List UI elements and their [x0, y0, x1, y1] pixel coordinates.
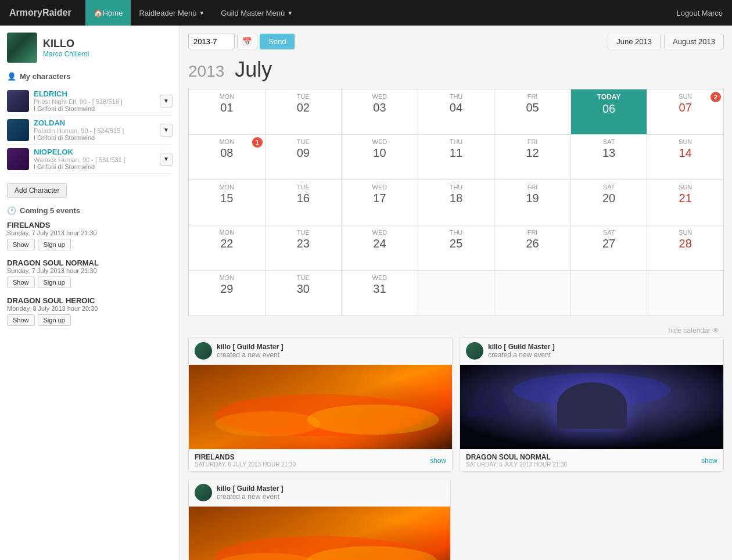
char-dropdown-niopelok[interactable]: ▼ [160, 153, 173, 166]
day-number: 10 [345, 146, 414, 160]
calendar-input[interactable] [188, 34, 235, 49]
feed-avatar [466, 342, 483, 360]
avatar-image [195, 342, 212, 360]
calendar-nav: 📅 Send June 2013 August 2013 [188, 34, 724, 49]
calendar-day[interactable]: THU04 [418, 89, 494, 135]
calendar-day[interactable]: THU18 [418, 180, 494, 225]
calendar-day[interactable]: WED31 [342, 271, 418, 316]
calendar-day[interactable]: SUN28 [647, 225, 724, 271]
day-header: SUN [651, 93, 720, 100]
nav-item-guildmaster[interactable]: Guild Master Menù ▼ [213, 0, 301, 26]
calendar-day[interactable]: MON29 [189, 271, 265, 316]
event-name-dragon-soul-heroic: DRAGON SOUL HEROIC [7, 296, 173, 305]
calendar-day[interactable]: THU11 [418, 135, 494, 180]
calendar-day[interactable]: TUE30 [265, 271, 342, 316]
calendar-day[interactable]: MON01 [189, 89, 265, 135]
day-number: 08 [192, 146, 261, 160]
feed-event-date: SATURDAY, 6 JULY 2013 HOUR 21:30 [195, 461, 296, 468]
avatar-image [466, 342, 483, 360]
char-dropdown-zoldan[interactable]: ▼ [160, 124, 173, 137]
calendar-day[interactable]: MON22 [189, 225, 265, 271]
day-header: WED [345, 274, 414, 281]
event-entry-dragon-soul-heroic: DRAGON SOUL HEROIC Monday, 8 July 2013 h… [7, 296, 173, 326]
feed-event-image [189, 507, 450, 560]
char-name-niopelok[interactable]: NIOPELOK [34, 148, 160, 156]
feed-event-info: FIRELANDSSATURDAY, 6 JULY 2013 HOUR 21:3… [195, 453, 296, 468]
day-number: 06 [575, 102, 644, 116]
calendar-day[interactable]: WED10 [342, 135, 418, 180]
calendar-day[interactable]: WED03 [342, 89, 418, 135]
feed-card-single: killo [ Guild Master ]created a new even… [188, 479, 451, 560]
day-number: 29 [192, 282, 261, 296]
feed-card-header: killo [ Guild Master ]created a new even… [189, 479, 450, 507]
calendar-month: July [235, 58, 272, 81]
feed-card: killo [ Guild Master ]created a new even… [188, 337, 453, 472]
calendar-day[interactable]: TUE23 [265, 225, 342, 271]
calendar-day[interactable]: SUN21 [647, 180, 724, 225]
signup-button-dragon-soul-normal[interactable]: Sign up [38, 277, 71, 288]
calendar-day[interactable]: TUE16 [265, 180, 342, 225]
show-button-firelands[interactable]: Show [7, 239, 35, 250]
day-header: SAT [575, 184, 644, 191]
day-number: 07 [651, 101, 720, 114]
calendar-day[interactable]: THU25 [418, 225, 494, 271]
feed-show-link[interactable]: show [701, 457, 717, 465]
add-character-button[interactable]: Add Character [7, 183, 67, 198]
calendar-day[interactable]: SUN14 [647, 135, 724, 180]
calendar-day[interactable]: FRI05 [494, 89, 571, 135]
char-avatar-zoldan [7, 119, 29, 141]
day-header: FRI [498, 229, 567, 236]
calendar-day[interactable]: SAT20 [570, 180, 647, 225]
day-number: 02 [269, 101, 338, 114]
signup-button-firelands[interactable]: Sign up [38, 239, 71, 250]
char-info-eldrich: ELDRICH Priest Night Elf, 90 - [ 518/518… [34, 89, 160, 112]
feed-card-footer: DRAGON SOUL NORMALSATURDAY, 6 JULY 2013 … [460, 449, 723, 471]
avatar-image [195, 484, 212, 501]
feed-action: created a new event [217, 351, 284, 359]
calendar-day[interactable]: MON15 [189, 180, 265, 225]
calendar-day[interactable]: TUE09 [265, 135, 342, 180]
event-actions-dragon-soul-heroic: Show Sign up [7, 314, 173, 326]
calendar-day[interactable]: MON081 [189, 135, 265, 180]
calendar-day[interactable]: FRI12 [494, 135, 571, 180]
day-header: WED [345, 93, 414, 100]
day-header: WED [345, 229, 414, 236]
next-month-button[interactable]: August 2013 [664, 34, 724, 49]
show-button-dragon-soul-normal[interactable]: Show [7, 277, 35, 288]
svg-point-5 [513, 374, 671, 407]
list-item: ZOLDAN Paladin Human, 90 - [ 524/515 ] I… [7, 116, 173, 145]
calendar-day[interactable]: SAT13 [570, 135, 647, 180]
calendar-day[interactable]: SUN072 [647, 89, 724, 135]
feed-show-link[interactable]: show [430, 457, 446, 465]
page-layout: KILLO Marco Chillemi 👤 My characters ELD… [0, 26, 732, 560]
calendar-day[interactable]: SAT27 [570, 225, 647, 271]
feed-event-date: SATURDAY, 6 JULY 2013 HOUR 21:30 [466, 461, 567, 468]
calendar-input-group: 📅 Send [188, 34, 295, 49]
calendar-day[interactable]: FRI26 [494, 225, 571, 271]
day-header: TUE [269, 138, 338, 145]
day-header: TUE [269, 274, 338, 281]
calendar-icon-button[interactable]: 📅 [237, 34, 257, 49]
logout-button[interactable]: Logout Marco [677, 9, 723, 17]
show-button-dragon-soul-heroic[interactable]: Show [7, 314, 35, 326]
sidebar: KILLO Marco Chillemi 👤 My characters ELD… [0, 26, 180, 560]
calendar-day[interactable]: FRI19 [494, 180, 571, 225]
char-name-zoldan[interactable]: ZOLDAN [34, 119, 160, 127]
calendar-day[interactable]: TUE02 [265, 89, 342, 135]
prev-month-button[interactable]: June 2013 [608, 34, 661, 49]
char-name-eldrich[interactable]: ELDRICH [34, 89, 160, 98]
calendar-day[interactable]: WED17 [342, 180, 418, 225]
event-actions-dragon-soul-normal: Show Sign up [7, 277, 173, 288]
nav-item-home[interactable]: 🏠 Home [85, 0, 131, 26]
signup-button-dragon-soul-heroic[interactable]: Sign up [38, 314, 71, 326]
char-dropdown-eldrich[interactable]: ▼ [160, 95, 173, 107]
nav-item-raidleader[interactable]: Raidleader Menù ▼ [131, 0, 213, 26]
hide-calendar[interactable]: hide calendar 👁 [188, 324, 724, 337]
calendar-send-button[interactable]: Send [260, 34, 295, 49]
day-header: TUE [269, 93, 338, 100]
feed-event-name: DRAGON SOUL NORMAL [466, 453, 567, 461]
calendar-day[interactable]: WED24 [342, 225, 418, 271]
event-badge: 2 [711, 92, 721, 102]
char-avatar-niopelok [7, 148, 29, 170]
calendar-day[interactable]: TODAY06 [570, 89, 647, 135]
